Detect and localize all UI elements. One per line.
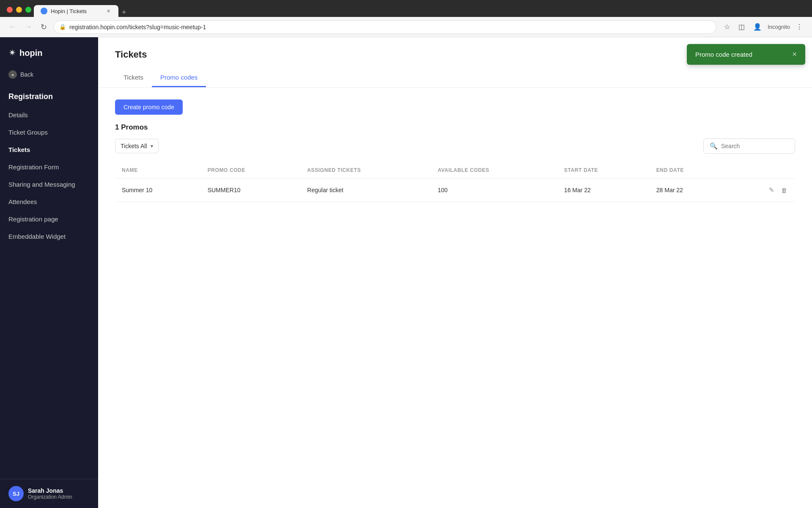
- table-header: NAME PROMO CODE ASSIGNED TICKETS AVAILAB…: [115, 162, 795, 179]
- sidebar-item-registration-page-label: Registration page: [8, 215, 58, 223]
- sidebar-nav: Details Ticket Groups Tickets Registrati…: [0, 106, 98, 479]
- more-options-button[interactable]: ⋮: [793, 21, 805, 33]
- sidebar-item-ticket-groups-label: Ticket Groups: [8, 129, 48, 136]
- incognito-label: Incognito: [768, 24, 790, 30]
- sidebar-item-attendees[interactable]: Attendees: [0, 193, 98, 210]
- sidebar-section-title: Registration: [0, 86, 98, 106]
- toast-notification: Promo code created ×: [687, 44, 805, 65]
- logo-icon: ✴: [8, 47, 16, 58]
- logo-text: hopin: [19, 48, 42, 58]
- sidebar-item-sharing-messaging[interactable]: Sharing and Messaging: [0, 176, 98, 193]
- back-nav-button[interactable]: ● Back: [0, 67, 98, 86]
- row-actions: ✎ 🗑: [736, 185, 788, 195]
- col-header-name: NAME: [115, 162, 201, 179]
- promo-codes-table: NAME PROMO CODE ASSIGNED TICKETS AVAILAB…: [115, 162, 795, 202]
- tabs: Tickets Promo codes: [115, 69, 795, 87]
- tab-favicon: [41, 8, 47, 14]
- toast-close-button[interactable]: ×: [792, 50, 797, 59]
- col-header-assigned-tickets: ASSIGNED TICKETS: [300, 162, 431, 179]
- sidebar-item-registration-page[interactable]: Registration page: [0, 210, 98, 228]
- search-input[interactable]: [721, 143, 789, 149]
- table-toolbar: Tickets All ▾ 🔍: [115, 138, 795, 154]
- main-content: Promo code created × Tickets Tickets Pro…: [98, 37, 812, 508]
- sidebar-item-ticket-groups[interactable]: Ticket Groups: [0, 124, 98, 141]
- window-maximize-button[interactable]: [25, 7, 31, 13]
- tickets-filter-dropdown[interactable]: Tickets All ▾: [115, 139, 159, 153]
- cell-actions: ✎ 🗑: [730, 179, 795, 202]
- back-label: Back: [20, 71, 33, 78]
- sidebar-item-registration-form-label: Registration Form: [8, 163, 59, 171]
- sidebar-item-tickets[interactable]: Tickets: [0, 141, 98, 158]
- cell-start-date: 16 Mar 22: [557, 179, 650, 202]
- sidebar-item-embeddable-widget[interactable]: Embeddable Widget: [0, 228, 98, 245]
- tab-promo-codes[interactable]: Promo codes: [152, 69, 206, 87]
- sidebar-item-details[interactable]: Details: [0, 106, 98, 124]
- window-minimize-button[interactable]: [16, 7, 22, 13]
- tab-close-button[interactable]: ✕: [105, 8, 112, 14]
- col-header-promo-code: PROMO CODE: [201, 162, 301, 179]
- sidebar-item-embeddable-widget-label: Embeddable Widget: [8, 233, 66, 240]
- table-body: Summer 10 SUMMER10 Regular ticket 100 16…: [115, 179, 795, 202]
- lock-icon: 🔒: [59, 24, 66, 30]
- sidebar-item-tickets-label: Tickets: [8, 146, 30, 153]
- cell-available-codes: 100: [431, 179, 557, 202]
- sidebar-item-registration-form[interactable]: Registration Form: [0, 158, 98, 176]
- chevron-down-icon: ▾: [151, 143, 153, 149]
- toast-message: Promo code created: [695, 51, 752, 58]
- cell-end-date: 28 Mar 22: [650, 179, 730, 202]
- sidebar-item-attendees-label: Attendees: [8, 198, 37, 205]
- search-box[interactable]: 🔍: [703, 138, 795, 154]
- sidebar-logo: ✴ hopin: [0, 37, 98, 67]
- col-header-end-date: END DATE: [650, 162, 730, 179]
- cell-name: Summer 10: [115, 179, 201, 202]
- table-wrapper: NAME PROMO CODE ASSIGNED TICKETS AVAILAB…: [115, 159, 795, 202]
- create-promo-code-button[interactable]: Create promo code: [115, 99, 183, 115]
- tab-title: Hopin | Tickets: [51, 8, 102, 14]
- promos-count: 1 Promos: [115, 123, 795, 132]
- window-close-button[interactable]: [7, 7, 13, 13]
- sidebar: ✴ hopin ● Back Registration Details Tick…: [0, 37, 98, 508]
- bookmark-button[interactable]: ☆: [721, 21, 732, 33]
- sidebar-footer: SJ Sarah Jonas Organization Admin: [0, 479, 98, 508]
- svg-point-0: [42, 9, 46, 13]
- tab-tickets[interactable]: Tickets: [115, 69, 152, 87]
- back-button[interactable]: ←: [7, 21, 18, 33]
- reload-button[interactable]: ↻: [39, 21, 49, 33]
- table-row: Summer 10 SUMMER10 Regular ticket 100 16…: [115, 179, 795, 202]
- cell-assigned-tickets: Regular ticket: [300, 179, 431, 202]
- col-header-actions: [730, 162, 795, 179]
- footer-info: Sarah Jonas Organization Admin: [28, 487, 72, 500]
- sidebar-item-details-label: Details: [8, 111, 28, 119]
- footer-name: Sarah Jonas: [28, 487, 72, 494]
- col-header-start-date: START DATE: [557, 162, 650, 179]
- delete-row-button[interactable]: 🗑: [780, 186, 788, 195]
- avatar: SJ: [8, 486, 24, 501]
- filter-label: Tickets All: [121, 143, 147, 149]
- back-circle-icon: ●: [8, 70, 17, 79]
- new-tab-button[interactable]: +: [118, 8, 130, 17]
- content-area: Create promo code 1 Promos Tickets All ▾…: [98, 88, 812, 508]
- cell-promo-code: SUMMER10: [201, 179, 301, 202]
- browser-tab-active[interactable]: Hopin | Tickets ✕: [34, 5, 118, 17]
- split-view-button[interactable]: ◫: [736, 21, 747, 33]
- col-header-available-codes: AVAILABLE CODES: [431, 162, 557, 179]
- forward-button[interactable]: →: [23, 21, 34, 33]
- footer-role: Organization Admin: [28, 494, 72, 500]
- edit-row-button[interactable]: ✎: [768, 185, 775, 195]
- address-text: registration.hopin.com/tickets?slug=musi…: [69, 24, 711, 30]
- address-bar[interactable]: 🔒 registration.hopin.com/tickets?slug=mu…: [54, 20, 716, 34]
- search-icon: 🔍: [710, 142, 718, 150]
- sidebar-item-sharing-messaging-label: Sharing and Messaging: [8, 181, 75, 188]
- profile-button[interactable]: 👤: [751, 21, 764, 33]
